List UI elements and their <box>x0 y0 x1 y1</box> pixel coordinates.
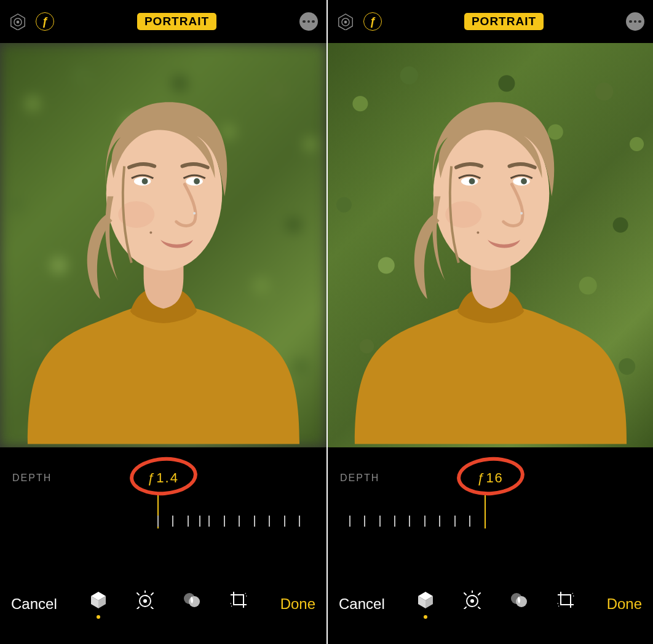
adjust-tool-icon[interactable] <box>135 591 156 618</box>
phone-screen-left: ƒPORTRAITDEPTHƒ1.4CancelDone <box>0 0 326 644</box>
cancel-button[interactable]: Cancel <box>339 595 385 613</box>
depth-control: DEPTHƒ1.4 <box>0 447 326 570</box>
slider-ticks <box>340 514 641 528</box>
top-bar: ƒPORTRAIT <box>0 0 326 43</box>
active-dot-icon <box>424 615 427 619</box>
photo-subject <box>328 54 653 447</box>
lighting-icon[interactable] <box>9 12 27 31</box>
bottom-toolbar: CancelDone <box>0 570 326 644</box>
photo-preview[interactable] <box>328 43 653 447</box>
photo-subject <box>0 54 326 447</box>
phone-screen-right: ƒPORTRAITDEPTHƒ16CancelDone <box>326 0 653 644</box>
bottom-toolbar: CancelDone <box>328 570 653 644</box>
portrait-tool-icon[interactable] <box>415 591 436 618</box>
slider-ticks <box>12 514 314 528</box>
cancel-button[interactable]: Cancel <box>11 595 57 613</box>
photo-preview[interactable] <box>0 43 326 447</box>
more-button[interactable] <box>299 12 318 31</box>
mode-badge[interactable]: PORTRAIT <box>137 13 216 30</box>
active-dot-icon <box>97 615 100 619</box>
depth-label: DEPTH <box>340 473 414 484</box>
depth-label: DEPTH <box>12 473 86 484</box>
depth-slider[interactable] <box>12 495 314 544</box>
more-button[interactable] <box>626 12 644 31</box>
depth-control: DEPTHƒ16 <box>328 447 653 570</box>
depth-slider[interactable] <box>340 495 641 544</box>
lighting-icon[interactable] <box>336 12 355 31</box>
filters-tool-icon[interactable] <box>509 591 529 618</box>
aperture-value: ƒ1.4 <box>148 470 179 486</box>
done-button[interactable]: Done <box>280 595 315 613</box>
crop-tool-icon[interactable] <box>555 591 576 618</box>
aperture-icon[interactable]: ƒ <box>363 12 382 31</box>
mode-badge[interactable]: PORTRAIT <box>464 13 544 30</box>
aperture-value: ƒ16 <box>477 470 504 486</box>
filters-tool-icon[interactable] <box>181 591 202 618</box>
top-bar: ƒPORTRAIT <box>328 0 653 43</box>
done-button[interactable]: Done <box>607 595 642 613</box>
portrait-tool-icon[interactable] <box>88 591 109 618</box>
adjust-tool-icon[interactable] <box>462 591 483 618</box>
crop-tool-icon[interactable] <box>228 591 249 618</box>
aperture-icon[interactable]: ƒ <box>36 12 54 31</box>
